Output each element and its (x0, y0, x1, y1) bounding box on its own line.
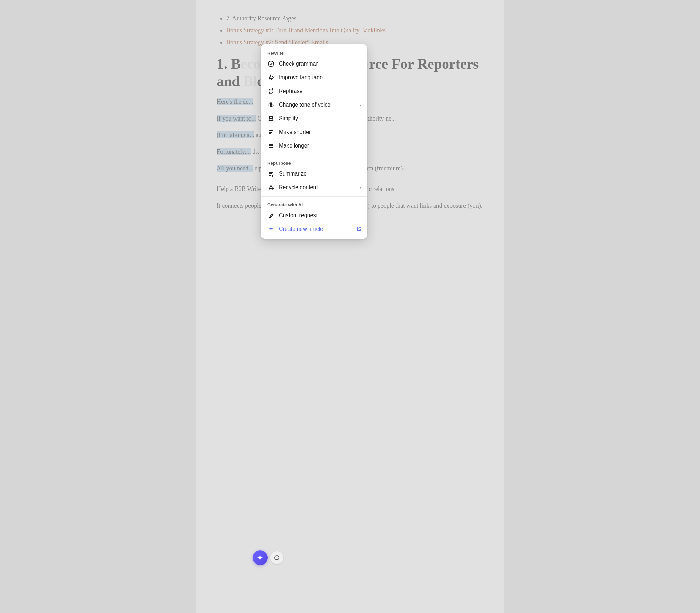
simplify-icon (267, 115, 275, 122)
summarize-icon (267, 170, 275, 178)
menu-item-custom-request[interactable]: Custom request (261, 209, 367, 222)
make-shorter-label: Make shorter (279, 129, 361, 135)
menu-item-change-tone[interactable]: Change tone of voice › (261, 98, 367, 112)
make-longer-label: Make longer (279, 143, 361, 149)
menu-item-check-grammar[interactable]: Check grammar (261, 57, 367, 71)
simplify-label: Simplify (279, 115, 361, 121)
check-grammar-label: Check grammar (279, 61, 361, 67)
make-longer-icon (267, 142, 275, 149)
svg-point-0 (268, 61, 274, 67)
check-grammar-icon (267, 60, 275, 68)
recycle-label: Recycle content (279, 184, 355, 191)
improve-language-icon (267, 74, 275, 81)
create-article-icon (267, 225, 275, 233)
recycle-icon (267, 184, 275, 191)
generate-section-label: Generate with AI (261, 199, 367, 209)
rephrase-label: Rephrase (279, 88, 361, 94)
divider-2 (261, 196, 367, 197)
ai-button-group (253, 550, 283, 565)
menu-item-summarize[interactable]: Summarize (261, 167, 367, 181)
recycle-chevron: › (359, 185, 361, 190)
menu-item-create-article[interactable]: Create new article (261, 222, 367, 236)
rephrase-icon (267, 88, 275, 95)
repurpose-section-label: Repurpose (261, 157, 367, 167)
change-tone-chevron: › (359, 102, 361, 107)
create-article-label: Create new article (279, 226, 351, 232)
menu-item-make-shorter[interactable]: Make shorter (261, 125, 367, 139)
change-tone-label: Change tone of voice (279, 102, 355, 108)
rewrite-section-label: Rewrite (261, 47, 367, 57)
divider-1 (261, 155, 367, 155)
context-menu: Rewrite Check grammar Improve language (261, 44, 367, 239)
improve-language-label: Improve language (279, 75, 361, 81)
ai-power-button[interactable] (270, 551, 283, 564)
custom-request-icon (267, 212, 275, 219)
custom-request-label: Custom request (279, 212, 361, 219)
menu-item-recycle[interactable]: Recycle content › (261, 181, 367, 194)
menu-item-make-longer[interactable]: Make longer (261, 139, 367, 153)
change-tone-icon (267, 101, 275, 108)
menu-item-improve-language[interactable]: Improve language (261, 71, 367, 84)
menu-item-rephrase[interactable]: Rephrase (261, 84, 367, 98)
ai-sparkle-button[interactable] (253, 550, 268, 565)
external-link-icon (356, 226, 361, 232)
summarize-label: Summarize (279, 171, 361, 177)
menu-item-simplify[interactable]: Simplify (261, 112, 367, 125)
make-shorter-icon (267, 128, 275, 136)
